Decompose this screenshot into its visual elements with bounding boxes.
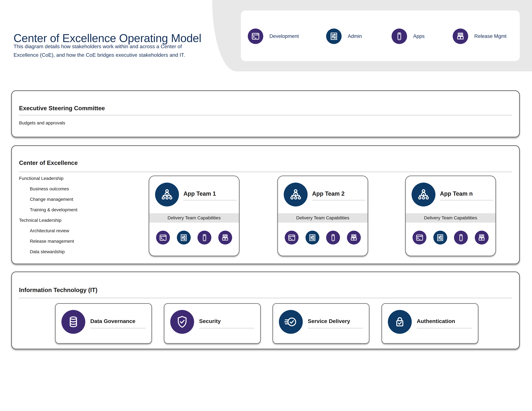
- list-item: Change management: [19, 194, 77, 205]
- app-team-card-1: App Team 1 Delivery Team Capabilities: [149, 176, 239, 256]
- card-divider: [417, 328, 472, 329]
- phone-icon: [326, 231, 340, 244]
- it-card-data-governance: Data Governance: [55, 303, 152, 344]
- card-divider: [440, 200, 493, 201]
- card-divider: [308, 328, 363, 329]
- executive-steering-committee-box: Executive Steering Committee Budgets and…: [11, 90, 520, 138]
- section-divider: [19, 297, 512, 299]
- org-chart-icon: [412, 183, 436, 206]
- legend-item-apps: Apps: [392, 28, 425, 44]
- phone-icon: [198, 231, 211, 244]
- it-card-service-delivery: Service Delivery: [272, 303, 370, 344]
- section-divider: [19, 171, 512, 172]
- code-box-icon: [218, 231, 232, 244]
- capability-icons: [285, 231, 361, 244]
- page-subtitle: This diagram details how stakeholders wo…: [14, 42, 185, 59]
- page-subtitle-line-2: Excellence (CoE), and how the CoE bridge…: [14, 51, 185, 59]
- phone-icon: [392, 28, 407, 44]
- it-card-label: Service Delivery: [308, 318, 350, 324]
- it-card-security: Security: [164, 303, 261, 344]
- app-team-title: App Team 1: [183, 190, 216, 197]
- page-subtitle-line-1: This diagram details how stakeholders wo…: [14, 42, 185, 51]
- card-divider: [199, 328, 254, 329]
- legend-label: Release Mgmt: [474, 33, 506, 39]
- center-of-excellence-box: Center of Excellence Functional Leadersh…: [11, 145, 520, 264]
- list-item: Data stewardship: [19, 246, 77, 257]
- legend-item-admin: Admin: [326, 28, 362, 44]
- list-item: Architectural review: [19, 225, 77, 236]
- legend-item-development: Development: [248, 28, 299, 44]
- app-team-card-2: App Team 2 Delivery Team Capabilities: [277, 176, 368, 256]
- card-divider: [90, 328, 146, 329]
- sliders-icon: [305, 231, 319, 244]
- code-box-icon: [347, 231, 361, 244]
- legend-item-release-mgmt: Release Mgmt: [453, 28, 506, 44]
- section-title: Information Technology (IT): [19, 287, 97, 293]
- org-chart-icon: [284, 183, 308, 206]
- legend-label: Development: [269, 33, 299, 39]
- sliders-icon: [177, 231, 191, 244]
- capability-band: Delivery Team Capabilities: [278, 213, 368, 223]
- shield-check-icon: [170, 310, 194, 334]
- list-item: Business outcomes: [19, 184, 77, 194]
- coe-operating-model-diagram: Center of Excellence Operating Model Thi…: [0, 0, 532, 411]
- list-item: Technical Leadership: [19, 215, 77, 225]
- list-item: Functional Leadership: [19, 173, 77, 184]
- legend: Development Admin Apps Release Mgmt: [241, 10, 520, 61]
- capability-band: Delivery Team Capabilities: [406, 213, 495, 223]
- database-icon: [61, 310, 85, 334]
- org-chart-icon: [155, 183, 179, 206]
- it-card-label: Security: [199, 318, 221, 324]
- list-item: Release management: [19, 236, 77, 246]
- card-divider: [183, 200, 237, 201]
- section-title: Executive Steering Committee: [19, 105, 105, 112]
- sliders-icon: [433, 231, 447, 244]
- app-team-title: App Team 2: [312, 190, 344, 197]
- legend-label: Apps: [413, 33, 425, 39]
- terminal-icon: [285, 231, 299, 244]
- capability-band-label: Delivery Team Capabilities: [424, 215, 477, 221]
- sliders-icon: [326, 28, 342, 44]
- code-box-icon: [475, 231, 489, 244]
- capability-band-label: Delivery Team Capabilities: [296, 215, 349, 221]
- terminal-icon: [413, 231, 427, 244]
- capability-icons: [413, 231, 489, 244]
- it-card-authentication: Authentication: [381, 303, 478, 344]
- lock-check-icon: [388, 310, 412, 334]
- section-title: Center of Excellence: [19, 159, 78, 166]
- app-team-title: App Team n: [440, 190, 473, 197]
- gauge-check-icon: [279, 310, 303, 334]
- phone-icon: [454, 231, 468, 244]
- section-divider: [19, 115, 512, 116]
- capability-band-label: Delivery Team Capabilities: [168, 215, 220, 221]
- list-item: Training & development: [19, 205, 77, 215]
- terminal-icon: [248, 28, 263, 44]
- capability-band: Delivery Team Capabilities: [149, 213, 239, 223]
- executive-body-text: Budgets and approvals: [19, 120, 65, 126]
- legend-label: Admin: [348, 33, 362, 39]
- capability-icons: [156, 231, 232, 244]
- app-team-card-n: App Team n Delivery Team Capabilities: [405, 176, 496, 256]
- information-technology-box: Information Technology (IT) Data Governa…: [11, 271, 520, 349]
- it-card-label: Data Governance: [90, 318, 135, 324]
- it-card-label: Authentication: [417, 318, 455, 324]
- terminal-icon: [156, 231, 170, 244]
- card-divider: [312, 200, 365, 201]
- code-box-icon: [453, 28, 468, 44]
- leadership-list: Functional Leadership Business outcomes …: [19, 173, 77, 257]
